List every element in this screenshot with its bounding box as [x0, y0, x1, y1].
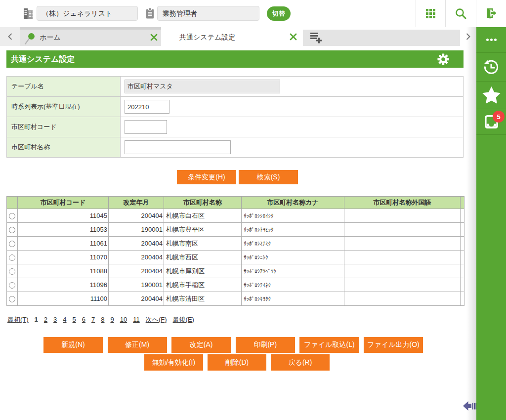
- cell-code: 11061: [18, 237, 109, 251]
- row-radio-button[interactable]: [9, 296, 15, 302]
- pagination-page-link[interactable]: 6: [82, 316, 85, 323]
- pagination-current-page: 1: [35, 316, 38, 323]
- table-row: 11100200404札幌市清田区ｻｯﾎﾟﾛｼｷﾖﾀｸ: [7, 292, 464, 306]
- cell-revision: 190001: [109, 278, 164, 292]
- sidebar-more-button[interactable]: [476, 27, 506, 53]
- sidebar-history-button[interactable]: [476, 53, 506, 82]
- pagination-page-link[interactable]: 10: [120, 316, 127, 323]
- pagination-first-link[interactable]: 最初(T): [7, 316, 29, 323]
- row-radio-button[interactable]: [9, 227, 15, 233]
- file-export-button[interactable]: ファイル出力(O): [364, 337, 423, 353]
- tab-active-close-button[interactable]: [289, 33, 297, 41]
- apps-grid-button[interactable]: [426, 9, 435, 20]
- row-radio-button[interactable]: [9, 241, 15, 247]
- row-radio-button[interactable]: [9, 268, 15, 275]
- tab-common-system-settings[interactable]: 共通システム設定: [161, 27, 303, 46]
- cell-revision: 200404: [109, 264, 164, 278]
- sidebar-inbox-button[interactable]: 5: [476, 109, 506, 135]
- page-title: 共通システム設定: [11, 54, 75, 65]
- logout-icon: [485, 8, 497, 19]
- pagination-last-link[interactable]: 最後(E): [173, 316, 194, 323]
- delete-button[interactable]: 削除(D): [208, 354, 266, 371]
- form-label: 市区町村名称: [7, 137, 121, 158]
- radio-column-header: [7, 197, 18, 209]
- top-bar: （株）ジェネラリスト 業務管理者 切替: [0, 0, 506, 27]
- chevron-right-icon: [466, 33, 470, 40]
- results-table: 市区町村コード 改定年月 市区町村名称 市区町村名称カナ 市区町村名称外国語 1…: [6, 196, 464, 306]
- modify-button[interactable]: 修正(M): [108, 337, 167, 353]
- settings-button[interactable]: [437, 53, 449, 67]
- cell-foreign: [344, 237, 461, 251]
- cell-kana: ｻｯﾎﾟﾛｼｷﾖﾀｸ: [242, 292, 344, 306]
- cell-name: 札幌市南区: [164, 237, 242, 251]
- city-code-input[interactable]: [125, 120, 167, 134]
- file-import-button[interactable]: ファイル取込(L): [299, 337, 359, 353]
- column-header: 市区町村名称外国語: [344, 197, 461, 209]
- add-tab-button[interactable]: [310, 32, 323, 45]
- pagination-page-link[interactable]: 8: [101, 316, 104, 323]
- table-row: 11070200404札幌市西区ｻｯﾎﾟﾛｼﾆｼｸ: [7, 251, 464, 264]
- form-row: 市区町村コード: [7, 117, 464, 137]
- app-window: （株）ジェネラリスト 業務管理者 切替: [0, 0, 506, 420]
- row-select-cell: [7, 264, 18, 278]
- company-input[interactable]: （株）ジェネラリスト: [37, 6, 138, 21]
- row-radio-button[interactable]: [9, 254, 15, 261]
- tab-scroll-right-button[interactable]: [460, 27, 476, 46]
- pagination-page-link[interactable]: 5: [73, 316, 76, 323]
- pagination: 最初(T)1234567891011次へ(F)最後(E): [7, 315, 200, 324]
- row-radio-button[interactable]: [9, 213, 15, 219]
- company-icon: [24, 8, 34, 19]
- tab-scroll-left-button[interactable]: [0, 27, 20, 46]
- toggle-enable-button[interactable]: 無効/有効化(I): [144, 354, 203, 371]
- pagination-page-link[interactable]: 2: [44, 316, 47, 323]
- action-buttons-row1: 新規(N)修正(M)改定(A)印刷(P)ファイル取込(L)ファイル出力(O): [43, 337, 423, 353]
- search-button[interactable]: [455, 8, 466, 21]
- search-submit-button[interactable]: 検索(S): [239, 170, 298, 184]
- base-date-input[interactable]: [125, 100, 169, 114]
- tab-home[interactable]: ホーム: [20, 30, 161, 46]
- row-select-cell: [7, 223, 18, 237]
- switch-button[interactable]: 切替: [267, 6, 291, 21]
- pagination-page-link[interactable]: 4: [63, 316, 66, 323]
- city-name-input[interactable]: [125, 140, 231, 154]
- cell-spacer: [461, 292, 464, 306]
- form-label: 時系列表示(基準日現在): [7, 97, 121, 117]
- new-button[interactable]: 新規(N): [43, 337, 103, 353]
- pagination-page-link[interactable]: 9: [110, 316, 114, 323]
- action-buttons-row2: 無効/有効化(I)削除(D)戻る(R): [144, 354, 330, 371]
- column-header: 市区町村名称: [164, 197, 242, 209]
- close-icon: [150, 34, 158, 41]
- cell-code: 11070: [18, 251, 109, 264]
- row-radio-button[interactable]: [9, 282, 15, 289]
- pagination-page-link[interactable]: 3: [53, 316, 57, 323]
- scroll-left-arrow-icon[interactable]: [463, 401, 476, 412]
- tab-bar: ホーム 共通システム設定: [0, 27, 476, 46]
- cell-kana: ｻｯﾎﾟﾛｼｼﾛｲｼｸ: [242, 209, 344, 223]
- right-sidebar: 5: [476, 27, 506, 420]
- print-button[interactable]: 印刷(P): [236, 337, 295, 353]
- separator: [476, 0, 476, 27]
- form-row: 市区町村名称: [7, 137, 464, 158]
- ellipsis-icon: [486, 39, 497, 41]
- pagination-next-link[interactable]: 次へ(F): [146, 316, 167, 323]
- pagination-page-link[interactable]: 7: [91, 316, 95, 323]
- cell-name: 札幌市豊平区: [164, 223, 242, 237]
- tab-home-close-button[interactable]: [150, 34, 158, 42]
- cell-name: 札幌市清田区: [164, 292, 242, 306]
- table-row: 11088200404札幌市厚別区ｻｯﾎﾟﾛｼｱﾂﾍﾞﾂｸ: [7, 264, 464, 278]
- cell-foreign: [344, 251, 461, 264]
- tab-home-label: ホーム: [40, 33, 61, 42]
- add-tab-icon: [310, 32, 323, 44]
- back-button[interactable]: 戻る(R): [271, 354, 330, 371]
- change-condition-button[interactable]: 条件変更(H): [177, 170, 236, 184]
- pagination-page-link[interactable]: 11: [133, 316, 140, 323]
- role-input[interactable]: 業務管理者: [157, 6, 259, 21]
- chevron-left-icon: [8, 33, 12, 40]
- table-name-input: [125, 80, 280, 93]
- cell-kana: ｻｯﾎﾟﾛｼﾃｲﾈｸ: [242, 278, 344, 292]
- cell-name: 札幌市西区: [164, 251, 242, 264]
- logout-button[interactable]: [485, 8, 497, 20]
- revise-button[interactable]: 改定(A): [171, 337, 231, 353]
- sidebar-favorites-button[interactable]: [476, 82, 506, 109]
- spacer-column-header: [461, 197, 464, 209]
